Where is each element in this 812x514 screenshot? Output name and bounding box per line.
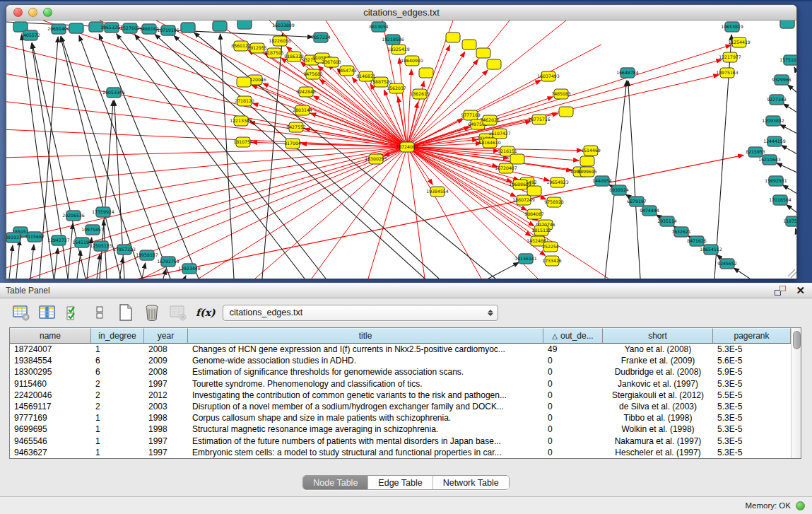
graph-node[interactable]: 1815112 bbox=[531, 226, 551, 235]
graph-node[interactable]: 9466162 bbox=[139, 24, 159, 34]
graph-node[interactable]: 19958187 bbox=[136, 250, 158, 260]
graph-node[interactable]: 9474444 bbox=[640, 206, 659, 216]
graph-node[interactable]: 391937 bbox=[6, 233, 22, 243]
graph-node[interactable]: 18325419 bbox=[387, 45, 410, 54]
graph-node[interactable]: 8186328 bbox=[284, 52, 304, 62]
graph-node[interactable]: 20053346 bbox=[102, 88, 125, 98]
graph-node[interactable] bbox=[510, 154, 524, 164]
graph-node[interactable]: 15720407 bbox=[495, 163, 517, 173]
graph-node[interactable]: 6879197 bbox=[627, 197, 647, 206]
table-row[interactable]: 1830029562008Estimation of significance … bbox=[10, 366, 791, 378]
graph-node[interactable]: 17957223 bbox=[113, 245, 136, 255]
graph-node[interactable] bbox=[487, 59, 501, 69]
graph-node[interactable]: 8938924 bbox=[609, 185, 629, 195]
graph-node[interactable]: 1545194 bbox=[72, 238, 92, 247]
graph-node[interactable]: 16782759 bbox=[157, 257, 180, 267]
graph-node[interactable] bbox=[527, 186, 541, 196]
graph-node[interactable]: 12444159 bbox=[763, 136, 786, 146]
graph-node[interactable]: 7485083 bbox=[551, 89, 571, 99]
graph-node[interactable]: 2367608 bbox=[322, 57, 341, 67]
table-select-dropdown[interactable]: citations_edges.txt bbox=[223, 305, 498, 321]
table-settings-icon[interactable] bbox=[11, 303, 31, 322]
float-panel-icon[interactable] bbox=[775, 286, 786, 296]
column-header-short[interactable]: short bbox=[603, 328, 713, 343]
graph-node[interactable]: 12942737 bbox=[47, 235, 70, 245]
graph-node[interactable]: 10654112 bbox=[700, 245, 722, 255]
function-builder-icon[interactable]: f(x) bbox=[196, 307, 216, 318]
column-header-title[interactable]: title bbox=[188, 328, 543, 343]
column-header-name[interactable]: name bbox=[10, 328, 91, 343]
graph-node[interactable] bbox=[419, 68, 433, 78]
graph-node[interactable]: 9475685 bbox=[303, 69, 323, 79]
graph-node[interactable]: 19218586 bbox=[382, 35, 404, 45]
graph-node[interactable]: 16033809 bbox=[272, 21, 295, 30]
graph-node[interactable]: 17016504 bbox=[769, 195, 792, 205]
graph-node[interactable]: 15692931 bbox=[765, 176, 787, 186]
table-row[interactable]: 911546021997Tourette syndrome. Phenomeno… bbox=[10, 378, 791, 390]
column-header-in_degree[interactable]: in_degree bbox=[91, 328, 144, 343]
table-row[interactable]: 1456911722003Disruption of a novel membe… bbox=[10, 401, 791, 412]
graph-node[interactable]: 12923448 bbox=[178, 264, 201, 274]
graph-node[interactable]: 9084067 bbox=[524, 209, 544, 219]
graph-node[interactable]: 1527602 bbox=[120, 23, 140, 33]
graph-node[interactable]: 8454743 bbox=[337, 66, 357, 76]
graph-node[interactable]: 12093832 bbox=[762, 116, 784, 126]
graph-node[interactable]: 8215953 bbox=[746, 147, 765, 157]
graph-node[interactable]: 9329966 bbox=[772, 75, 792, 85]
graph-node[interactable]: 12505135 bbox=[90, 241, 112, 251]
table-row[interactable]: 1938455462009Genome-wide association stu… bbox=[10, 355, 791, 366]
graph-node[interactable]: 7632621 bbox=[671, 227, 691, 237]
graph-node[interactable]: 18807249 bbox=[512, 195, 535, 205]
tab-network-table[interactable]: Network Table bbox=[433, 476, 509, 489]
graph-node[interactable]: 18300295 bbox=[365, 154, 387, 164]
close-panel-icon[interactable]: ✕ bbox=[796, 286, 805, 296]
graph-node[interactable]: 9777169 bbox=[461, 110, 481, 120]
select-columns-icon[interactable] bbox=[64, 303, 83, 322]
graph-node[interactable]: 14136141 bbox=[514, 254, 537, 264]
graph-node[interactable]: 17359924 bbox=[92, 207, 114, 217]
graph-node[interactable]: 10975857 bbox=[81, 225, 104, 235]
graph-node[interactable]: 1733426 bbox=[542, 256, 562, 266]
graph-node[interactable]: 1514469 bbox=[581, 146, 601, 156]
graph-node[interactable]: 1810754 bbox=[233, 137, 253, 147]
graph-node[interactable]: 11254419 bbox=[728, 37, 751, 47]
graph-node[interactable]: 16037493 bbox=[537, 71, 560, 81]
network-window-titlebar[interactable]: citations_edges.txt bbox=[6, 5, 796, 21]
graph-node[interactable]: 13164610 bbox=[478, 138, 501, 148]
graph-node[interactable] bbox=[580, 156, 594, 166]
scrollbar-thumb[interactable] bbox=[793, 331, 801, 349]
graph-node[interactable]: 7857224 bbox=[311, 33, 331, 42]
graph-node[interactable]: 19384554 bbox=[426, 187, 449, 197]
column-selector-icon[interactable] bbox=[37, 303, 57, 322]
graph-node[interactable] bbox=[237, 77, 251, 87]
graph-node[interactable] bbox=[181, 23, 195, 33]
graph-node[interactable]: 9242848 bbox=[296, 87, 316, 97]
graph-node[interactable]: 1115682 bbox=[25, 232, 45, 242]
graph-node[interactable]: 2935114 bbox=[657, 216, 677, 226]
column-header-pagerank[interactable]: pagerank bbox=[713, 328, 791, 343]
graph-node[interactable]: 12217977 bbox=[719, 52, 741, 62]
close-window-button[interactable] bbox=[13, 8, 23, 17]
tab-edge-table[interactable]: Edge Table bbox=[368, 476, 433, 489]
row-height-icon[interactable] bbox=[90, 303, 110, 322]
graph-node[interactable]: 7462026 bbox=[480, 115, 500, 125]
graph-node[interactable]: 20206536 bbox=[62, 211, 85, 221]
minimize-window-button[interactable] bbox=[28, 8, 37, 17]
graph-node[interactable]: 8471626 bbox=[687, 236, 707, 246]
graph-node[interactable] bbox=[462, 40, 476, 49]
memory-ok-indicator-icon[interactable] bbox=[796, 501, 805, 510]
graph-node[interactable]: 317004 bbox=[284, 139, 301, 148]
graph-node[interactable]: 12213349 bbox=[230, 116, 252, 126]
table-row[interactable]: 1872400712008Changes of HCN gene express… bbox=[10, 344, 791, 355]
graph-node[interactable]: 16648784 bbox=[616, 68, 639, 78]
graph-node[interactable]: 2718120 bbox=[235, 96, 254, 106]
network-canvas[interactable]: 1872400724055722069140610653257152760294… bbox=[6, 21, 796, 279]
graph-node[interactable]: 9227343 bbox=[767, 95, 787, 105]
citation-network-graph[interactable]: 1872400724055722069140610653257152760294… bbox=[6, 21, 796, 279]
graph-node[interactable]: 8813054 bbox=[369, 22, 389, 32]
graph-node[interactable]: 1362615 bbox=[410, 89, 430, 99]
delete-trash-icon[interactable] bbox=[142, 303, 162, 322]
graph-node[interactable]: 18975163 bbox=[716, 68, 739, 78]
graph-node[interactable]: 18640910 bbox=[401, 56, 423, 66]
graph-node[interactable]: 2405572 bbox=[20, 30, 40, 40]
